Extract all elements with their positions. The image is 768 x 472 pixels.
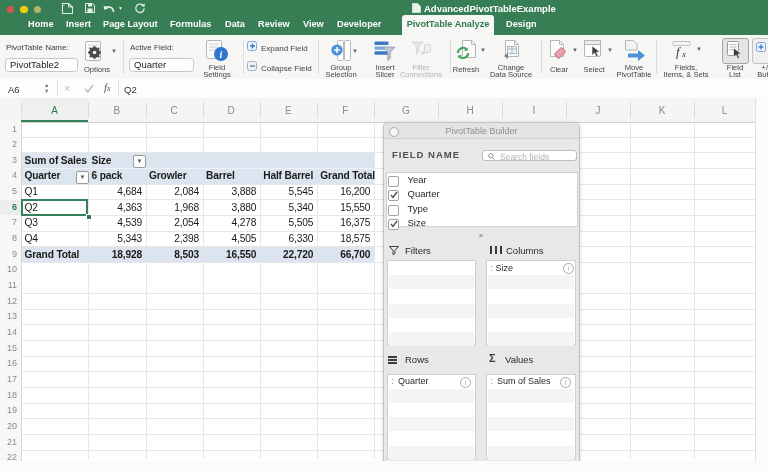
svg-text:i: i [220, 48, 223, 59]
svg-text:x: x [681, 49, 686, 59]
